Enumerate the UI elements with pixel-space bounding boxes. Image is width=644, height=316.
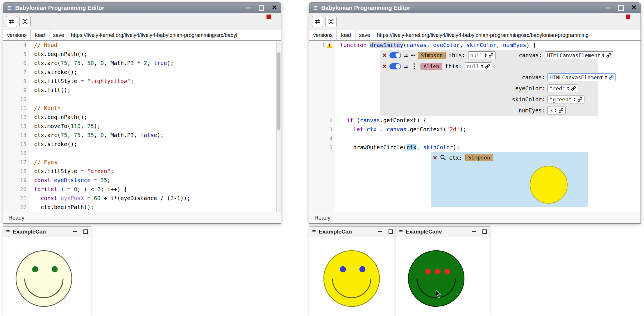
frame-button[interactable] (19, 16, 31, 27)
param-value-box[interactable]: HTMLCanvasElement (548, 73, 616, 81)
maximize-icon[interactable] (259, 5, 264, 11)
minimize-icon[interactable] (73, 231, 77, 232)
minimize-icon[interactable] (246, 8, 251, 8)
save-button[interactable]: save (355, 30, 374, 40)
swap-button[interactable]: ⇄ (6, 16, 17, 27)
param-value-box[interactable]: "red" (548, 85, 578, 92)
titlebar[interactable]: ≡ ExampleCanv (396, 227, 490, 237)
link-icon[interactable] (559, 108, 564, 113)
smiley-canvas[interactable] (309, 237, 396, 316)
minimize-icon[interactable] (378, 231, 382, 232)
code-line[interactable]: 9ctx.fill(); (3, 86, 281, 95)
code-editor[interactable]: 1function drawSmiley(canvas, eyeColor, s… (309, 41, 641, 212)
link-icon[interactable] (606, 53, 611, 58)
load-button[interactable]: load (31, 30, 49, 40)
stepper-icon[interactable] (567, 87, 569, 90)
link-icon[interactable] (571, 86, 576, 91)
close-icon[interactable]: × (631, 3, 636, 12)
code-line[interactable]: 6ctx.arc(75, 75, 50, 0, Math.PI * 2, tru… (3, 59, 281, 68)
stepper-icon[interactable] (573, 98, 576, 101)
more-menu-icon[interactable]: ⋯ (411, 52, 415, 59)
code-line[interactable]: 16 (3, 149, 281, 158)
menu-icon[interactable]: ≡ (312, 229, 316, 235)
example-name-badge[interactable]: Simpson (418, 52, 446, 59)
code-line[interactable]: 14ctx.arc(75, 75, 35, 0, Math.PI, false)… (3, 131, 281, 140)
code-line[interactable]: 5 drawOuterCircle(ctx, skinColor); (309, 143, 641, 152)
code-line[interactable]: 3 let ctx = canvas.getContext('2d'); (309, 125, 641, 134)
example-toggle[interactable] (389, 63, 401, 69)
more-menu-icon[interactable]: ⋮ (411, 63, 418, 70)
titlebar[interactable]: ≡ ExampleCan (309, 227, 396, 237)
titlebar[interactable]: ≡ Babylonian Programming Editor × (309, 3, 641, 13)
smiley-canvas[interactable] (3, 237, 91, 316)
swap-icon[interactable]: ⇄ (404, 52, 408, 59)
stepper-icon[interactable] (605, 76, 607, 79)
param-value-box[interactable]: "green" (548, 96, 584, 103)
url-field[interactable]: https://lively-kernel.org/lively4/lively… (68, 30, 281, 40)
url-field[interactable]: https://lively-kernel.org/lively4/lively… (374, 30, 641, 40)
param-value-box[interactable]: 3 (548, 107, 566, 114)
menu-icon[interactable]: ≡ (6, 229, 10, 235)
probe-example-badge[interactable]: Simpson (465, 154, 493, 161)
code-line[interactable]: 11// Mouth (3, 104, 281, 113)
delete-example-icon[interactable]: × (382, 52, 387, 59)
magnifier-icon[interactable] (440, 155, 446, 161)
code-line[interactable]: 2 if (canvas.getContext) { (309, 116, 641, 125)
code-line[interactable]: 17// Eyes (3, 158, 281, 167)
vertical-scrollbar[interactable] (276, 41, 281, 212)
versions-button[interactable]: versions (3, 30, 31, 40)
minimize-icon[interactable] (472, 231, 476, 232)
menu-icon[interactable]: ≡ (7, 4, 12, 12)
maximize-icon[interactable] (618, 5, 624, 11)
this-value-box[interactable]: null (465, 62, 492, 70)
code-line[interactable]: 15ctx.stroke(); (3, 140, 281, 149)
load-button[interactable]: load (337, 30, 355, 40)
code-line[interactable]: 20for(let i = 0; i < 2; i++) { (3, 185, 281, 194)
this-value-box[interactable]: null (468, 51, 495, 59)
save-button[interactable]: save (49, 30, 68, 40)
maximize-icon[interactable] (83, 229, 88, 234)
scrollbar-thumb[interactable] (277, 52, 280, 130)
code-line[interactable]: 19const eyeDistance = 35; (3, 176, 281, 185)
titlebar[interactable]: ≡ Babylonian Programming Editor × (3, 3, 281, 13)
code-line[interactable]: 22 ctx.beginPath(); (3, 203, 281, 212)
delete-probe-icon[interactable]: × (433, 154, 437, 161)
code-line[interactable]: 1function drawSmiley(canvas, eyeColor, s… (309, 41, 641, 50)
stepper-icon[interactable] (481, 64, 483, 68)
frame-button[interactable] (325, 16, 337, 27)
titlebar[interactable]: ≡ ExampleCan (3, 227, 91, 237)
example-toggle[interactable] (389, 52, 401, 58)
warning-icon[interactable] (327, 43, 332, 48)
link-icon[interactable] (609, 75, 614, 80)
example-name-badge[interactable]: Alien (421, 63, 442, 70)
swap-button[interactable]: ⇄ (312, 16, 323, 27)
link-icon[interactable] (489, 53, 493, 58)
code-line[interactable]: 12ctx.beginPath(); (3, 113, 281, 122)
link-icon[interactable] (577, 97, 582, 102)
maximize-icon[interactable] (482, 229, 487, 234)
maximize-icon[interactable] (389, 229, 393, 234)
canvas-value-box[interactable]: HTMLCanvasElement (545, 51, 613, 59)
smiley-canvas[interactable] (396, 237, 490, 316)
code-editor[interactable]: 4// Head5ctx.beginPath();6ctx.arc(75, 75… (3, 41, 281, 212)
code-line[interactable]: 13ctx.moveTo(110, 75); (3, 122, 281, 131)
menu-icon[interactable]: ≡ (399, 229, 403, 235)
code-line[interactable]: 4 (309, 134, 641, 143)
code-line[interactable]: 10 (3, 95, 281, 104)
versions-button[interactable]: versions (309, 30, 337, 40)
close-icon[interactable]: × (272, 3, 277, 12)
stepper-icon[interactable] (602, 53, 604, 57)
swap-icon[interactable]: ⇄ (404, 63, 408, 70)
code-line[interactable]: 7ctx.stroke(); (3, 68, 281, 77)
minimize-icon[interactable] (606, 8, 611, 8)
link-icon[interactable] (485, 64, 490, 69)
code-line[interactable]: 5ctx.beginPath(); (3, 50, 281, 59)
stepper-icon[interactable] (554, 109, 557, 112)
code-line[interactable]: 21 const eyePosX = 60 + i*(eyeDistance /… (3, 194, 281, 203)
delete-example-icon[interactable]: × (382, 63, 387, 70)
code-line[interactable]: 18ctx.fillStyle = "green"; (3, 167, 281, 176)
stepper-icon[interactable] (484, 53, 487, 57)
code-line[interactable]: 8ctx.fillStyle = "lightyellow"; (3, 77, 281, 86)
menu-icon[interactable]: ≡ (313, 4, 318, 12)
code-line[interactable]: 4// Head (3, 41, 281, 50)
